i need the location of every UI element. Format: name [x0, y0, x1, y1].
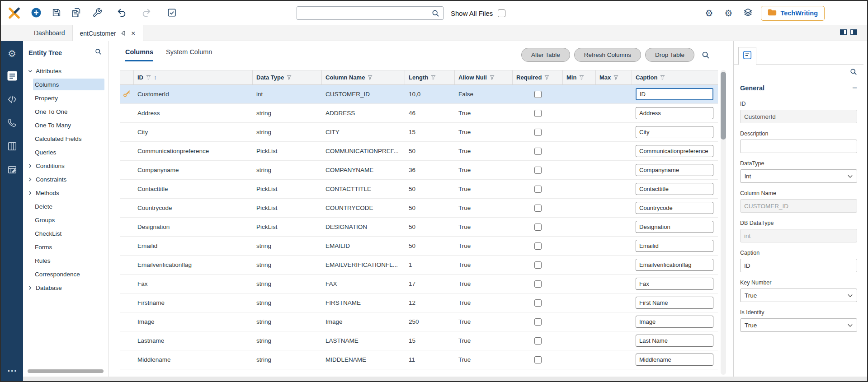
collapse-section-icon[interactable]: − [852, 84, 857, 92]
header-cell-required[interactable]: Required [513, 70, 563, 84]
caption-input[interactable] [636, 107, 713, 119]
services-button[interactable]: ⚙ [703, 6, 716, 20]
chevron-right-icon[interactable] [28, 177, 33, 182]
required-checkbox[interactable] [534, 148, 542, 155]
caption-input[interactable] [636, 164, 713, 176]
tree-item-forms[interactable]: Forms [23, 240, 108, 254]
required-checkbox[interactable] [534, 356, 542, 363]
grid-row-countrycode[interactable]: CountrycodePickListCOUNTRYCODE50True [120, 199, 718, 218]
sidebar-horizontal-scrollbar[interactable] [28, 369, 104, 373]
grid-row-companyname[interactable]: CompanynamestringCOMPANYNAME36True [120, 161, 718, 180]
required-checkbox[interactable] [534, 261, 542, 269]
filter-icon[interactable] [431, 75, 436, 80]
grid-row-emailverificationflag[interactable]: EmailverificationflagstringEMAILVERIFICA… [120, 256, 718, 275]
strip-settings-button[interactable]: ⚙ [6, 47, 18, 59]
filter-icon[interactable] [544, 75, 549, 80]
tree-item-conditions[interactable]: Conditions [23, 159, 108, 172]
filter-icon[interactable] [490, 75, 495, 80]
properties-tab[interactable] [738, 47, 756, 65]
grid-row-communicationpreference[interactable]: CommunicationpreferencePickListCOMMUNICA… [120, 142, 718, 161]
required-checkbox[interactable] [534, 186, 542, 193]
strip-code-button[interactable] [6, 94, 18, 106]
caption-input[interactable] [636, 354, 713, 366]
caption-input[interactable] [636, 297, 713, 309]
strip-entity-button[interactable] [6, 71, 18, 83]
required-checkbox[interactable] [534, 110, 542, 117]
grid-row-city[interactable]: CitystringCITY15True [120, 123, 718, 142]
select-is-identity[interactable]: True [740, 318, 857, 332]
filter-icon[interactable] [579, 75, 584, 80]
header-cell-data-type[interactable]: Data Type [253, 70, 322, 84]
caption-input[interactable] [636, 183, 713, 195]
chevron-down-icon[interactable] [28, 69, 33, 73]
required-checkbox[interactable] [534, 299, 542, 307]
caption-input[interactable] [636, 145, 713, 157]
tree-item-constraints[interactable]: Constraints [23, 172, 108, 186]
caption-input[interactable] [740, 259, 857, 272]
caption-input[interactable] [636, 278, 713, 290]
required-checkbox[interactable] [534, 91, 542, 98]
filter-icon[interactable] [287, 75, 292, 80]
filter-icon[interactable] [660, 75, 665, 80]
caption-input[interactable] [636, 88, 713, 100]
strip-communication-button[interactable] [6, 118, 18, 130]
caption-input[interactable] [636, 259, 713, 271]
header-cell-id[interactable]: ID↑ [134, 70, 253, 84]
tools-button[interactable] [90, 6, 104, 20]
tree-item-one-to-many[interactable]: One To Many [23, 118, 108, 132]
doc-tab-entcustomer[interactable]: entCustomer✕ [72, 25, 143, 41]
caption-input[interactable] [636, 335, 713, 347]
chevron-right-icon[interactable] [28, 286, 33, 290]
refresh-columns-button[interactable]: Refresh Columns [574, 48, 641, 62]
settings-button[interactable]: ⚙ [722, 6, 736, 20]
tab-system-column[interactable]: System Column [166, 48, 212, 61]
caption-input[interactable] [636, 316, 713, 328]
caption-input[interactable] [636, 202, 713, 214]
scrollbar-thumb[interactable] [721, 72, 726, 140]
add-new-button[interactable] [29, 6, 43, 20]
db-datatype-input[interactable] [740, 229, 857, 242]
header-cell-length[interactable]: Length [405, 70, 455, 84]
caption-input[interactable] [636, 221, 713, 233]
required-checkbox[interactable] [534, 318, 542, 326]
strip-table-button[interactable] [6, 141, 18, 153]
tree-item-groups[interactable]: Groups [23, 213, 108, 227]
show-all-files-checkbox[interactable] [498, 9, 505, 17]
tree-item-methods[interactable]: Methods [23, 186, 108, 200]
drop-table-button[interactable]: Drop Table [645, 48, 694, 62]
grid-row-middlename[interactable]: MiddlenamestringMIDDLENAME11True [120, 350, 718, 369]
tree-item-columns[interactable]: Columns [33, 79, 104, 90]
tree-item-database[interactable]: Database [23, 281, 108, 294]
grid-row-lastname[interactable]: LastnamestringLASTNAME15True [120, 331, 718, 350]
tree-item-one-to-one[interactable]: One To One [23, 105, 108, 118]
chevron-right-icon[interactable] [28, 191, 33, 195]
app-logo-icon[interactable] [7, 6, 21, 20]
header-cell-column-name[interactable]: Column Name [322, 70, 405, 84]
split-vertical-icon[interactable] [840, 29, 847, 37]
header-cell-caption[interactable]: Caption [632, 70, 718, 84]
more-options-icon[interactable]: ⋯ [7, 366, 17, 376]
close-icon[interactable]: ✕ [131, 30, 136, 37]
grid-search-icon[interactable] [702, 51, 710, 59]
header-cell-max[interactable]: Max [596, 70, 632, 84]
filter-icon[interactable] [613, 75, 618, 80]
tree-search-icon[interactable] [95, 48, 102, 57]
required-checkbox[interactable] [534, 337, 542, 345]
save-button[interactable] [50, 6, 63, 20]
workspace-button[interactable]: TechWriting [761, 6, 825, 21]
save-all-button[interactable] [70, 6, 84, 20]
doc-tab-dashboard[interactable]: Dashboard [27, 25, 72, 41]
tree-item-checklist[interactable]: CheckList [23, 227, 108, 240]
pin-icon[interactable] [120, 30, 127, 37]
tree-item-rules[interactable]: Rules [23, 254, 108, 267]
required-checkbox[interactable] [534, 129, 542, 136]
redo-button[interactable] [139, 6, 153, 20]
layers-button[interactable] [741, 6, 755, 20]
grid-row-image[interactable]: ImagestringImage250True [120, 312, 718, 331]
filter-icon[interactable] [146, 75, 151, 80]
alter-table-button[interactable]: Alter Table [521, 48, 570, 62]
validate-button[interactable] [165, 6, 179, 20]
grid-row-fax[interactable]: FaxstringFAX17True [120, 275, 718, 293]
tab-columns[interactable]: Columns [125, 48, 153, 61]
strip-table-edit-button[interactable] [6, 165, 18, 177]
